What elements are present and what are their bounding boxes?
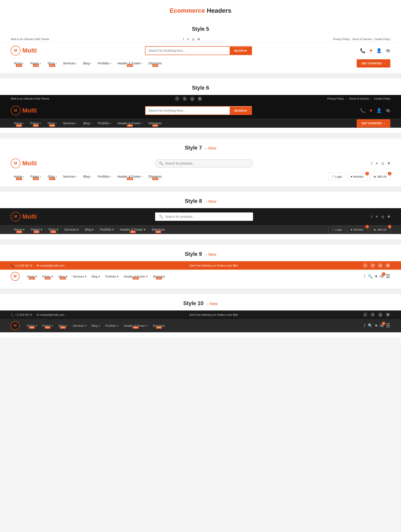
nav-home8[interactable]: Home ▾NEW [11,225,28,234]
nav-shop7[interactable]: Shop ▾NEW [44,172,60,181]
nav-portfolio[interactable]: Portfolio ▾ [94,59,114,68]
nav-portfolio7[interactable]: Portfolio ▾ [94,172,114,181]
nav-elements10[interactable]: ElementsNEW [150,322,168,330]
nav-pages8[interactable]: Pages ▾NEW [28,225,45,234]
search-box7[interactable]: 🔍 [155,159,253,168]
nav-header-footer9[interactable]: Header & Footer ▾NEW [121,272,150,280]
cart-icon10[interactable]: 🛍2 [380,323,384,328]
search-box8[interactable]: 🔍 [155,212,253,221]
nav-services-dark[interactable]: Services ▾ [60,119,80,128]
nav-home9[interactable]: Home ▾NEW [24,272,40,280]
facebook-icon[interactable]: f [183,38,184,41]
nav-blog9[interactable]: Blog ▾ [89,272,103,280]
nav-blog8[interactable]: Blog ▾ [82,225,97,234]
login-btn7[interactable]: ⤴ Login [328,173,346,180]
nav-elements8[interactable]: ElementsNEW [149,225,168,234]
wishlist-icon-dark[interactable]: ♥ [370,108,372,113]
cart-icon9[interactable]: 🛍2 [380,274,384,279]
search-box-dark[interactable]: SEARCH [145,106,252,115]
nav-pages-dark[interactable]: Pages ▾NEW [27,119,44,128]
nav-portfolio8[interactable]: Portfolio ▾ [97,225,117,234]
nav-pages10[interactable]: Pages ▾NEW [40,322,56,330]
login-icon9[interactable]: ⤴ [363,274,366,279]
login-icon10[interactable]: ⤴ [363,323,366,328]
nav-portfolio9[interactable]: Portfolio ▾ [103,272,121,280]
nav-services9[interactable]: Services ▾ [70,272,89,280]
nav-shop[interactable]: Shop ▾NEW [44,59,60,68]
heart-icon10[interactable]: ♥ [375,323,377,328]
nav-blog10[interactable]: Blog ▾ [89,322,103,330]
twitter-icon8[interactable]: ✕ [375,215,378,219]
nav-portfolio-dark[interactable]: Portfolio ▾ [94,119,114,128]
nav-elements-dark[interactable]: ElementsNEW [145,119,165,128]
dribbble-icon8[interactable]: ❋ [387,215,390,219]
search-box[interactable]: SEARCH [145,46,252,55]
phone-icon-dark[interactable]: 📞 [360,108,366,113]
terms-link-dark[interactable]: Terms of Service [349,97,371,100]
nav-shop-dark[interactable]: Shop ▾NEW [44,119,60,128]
instagram-icon7[interactable]: ◎ [381,161,384,165]
facebook-icon7[interactable]: f [371,162,372,165]
nav-shop8[interactable]: Shop ▾NEW [45,225,61,234]
instagram-icon8[interactable]: ◎ [381,215,384,219]
dribbble-icon10[interactable]: ❋ [385,312,390,317]
user-icon[interactable]: 👤 [376,48,382,53]
cookie-link-dark[interactable]: Cookie Policy [374,97,390,100]
logo[interactable]: M Molti [11,46,37,56]
wishlist-btn8[interactable]: ♥ Wishlist - 7 [348,226,368,233]
facebook-icon-dark[interactable]: f [175,96,180,101]
hamburger-icon9[interactable]: ☰ [386,273,390,279]
nav-blog[interactable]: Blog ▾ [80,59,94,68]
nav-home10[interactable]: Home ▾NEW [24,322,40,330]
terms-link[interactable]: Terms of Service [352,38,374,41]
twitter-icon-dark[interactable]: ✕ [182,96,187,101]
cart-icon[interactable]: 🛍 [386,48,390,53]
nav-services10[interactable]: Services ▾ [70,322,89,330]
nav-blog7[interactable]: Blog ▾ [80,172,94,181]
search-input7[interactable] [165,162,249,165]
nav-home[interactable]: Home ▾NEW [11,59,27,68]
nav-home-dark[interactable]: Home ▾NEW [11,119,27,128]
dribbble-icon9[interactable]: ❋ [385,263,390,268]
wishlist-icon[interactable]: ♥ [370,48,372,53]
nav-pages[interactable]: Pages ▾NEW [27,59,44,68]
cart-btn7[interactable]: 🛍 $65.00 2 [370,173,390,180]
search-icon10[interactable]: 🔍 [368,323,373,328]
cookie-link[interactable]: Cookie Policy [374,38,390,41]
twitter-icon[interactable]: ✕ [187,38,189,41]
logo-dark[interactable]: M Molti [11,106,37,115]
logo7[interactable]: M Molti [11,158,37,168]
nav-shop10[interactable]: Shop ▾NEW [56,322,70,330]
hamburger-icon10[interactable]: ☰ [386,323,390,329]
nav-header-footer[interactable]: Header & Footer ▾NEW [114,59,146,68]
nav-services7[interactable]: Services ▾ [60,172,80,181]
dribbble-icon[interactable]: ❋ [197,38,200,41]
nav-shop9[interactable]: Shop ▾NEW [56,272,70,280]
search-button[interactable]: SEARCH [230,47,251,55]
nav-home7[interactable]: Home ▾NEW [11,172,27,181]
instagram-icon[interactable]: ◎ [192,38,195,41]
nav-header-footer8[interactable]: Header & Footer ▾NEW [117,225,149,234]
nav-portfolio10[interactable]: Portfolio ▾ [103,322,121,330]
nav-services[interactable]: Services ▾ [60,59,80,68]
phone-icon[interactable]: 📞 [360,48,366,53]
get-started-button-dark[interactable]: GET STARTED → [357,119,390,127]
user-icon-dark[interactable]: 👤 [376,108,382,113]
logo9[interactable]: M [11,272,20,281]
privacy-policy-link[interactable]: Privacy Policy [333,38,352,41]
wishlist-btn7[interactable]: ♥ Wishlist - 7 [348,173,368,180]
twitter-icon10[interactable]: ✕ [370,312,375,317]
nav-pages9[interactable]: Pages ▾NEW [40,272,56,280]
nav-services8[interactable]: Services ▾ [61,225,82,234]
search-input-dark[interactable] [145,107,230,114]
search-input[interactable] [145,47,230,55]
heart-icon9[interactable]: ♥ [375,274,377,279]
nav-header-footer7[interactable]: Header & Footer ▾NEW [114,172,146,181]
nav-header-footer-dark[interactable]: Header & Footer ▾NEW [114,119,146,128]
cart-icon-dark[interactable]: 🛍 [386,108,390,113]
twitter-icon9[interactable]: ✕ [370,263,375,268]
logo8[interactable]: M Molti [11,212,37,222]
instagram-icon10[interactable]: ◎ [378,312,383,317]
search-input8[interactable] [165,215,249,218]
search-button-dark[interactable]: SEARCH [230,107,251,114]
